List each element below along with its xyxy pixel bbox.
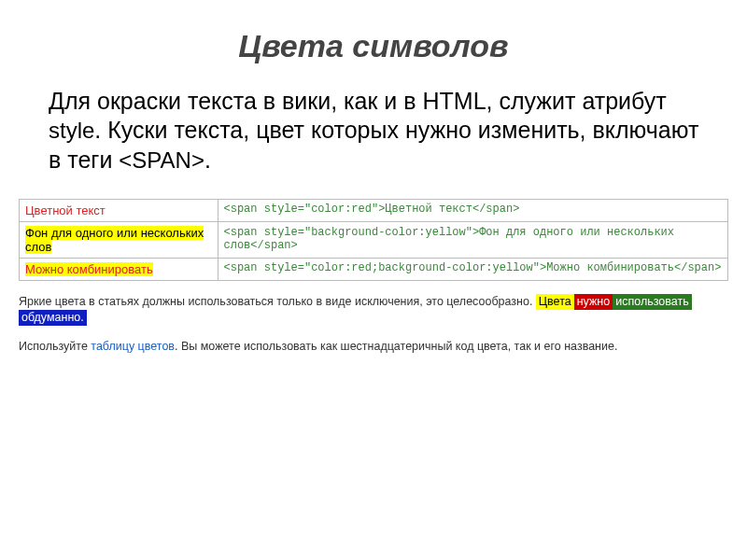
badge-green: использовать: [613, 294, 691, 310]
table-row: Цветной текст <span style="color:red">Цв…: [20, 199, 728, 221]
body-text-1: Для окраски текста в вики, как и в: [49, 88, 423, 114]
example-rendered-cell: Цветной текст: [20, 199, 218, 221]
note-2-b: . Вы можете использовать как шестнадцате…: [175, 340, 617, 353]
body-span-tag: <SPAN>: [119, 147, 204, 173]
example-rendered: Фон для одного или нескольких слов: [25, 226, 204, 254]
example-rendered-cell: Можно комбинировать: [20, 258, 218, 280]
color-table-link[interactable]: таблицу цветов: [91, 340, 175, 353]
note-1: Яркие цвета в статьях должны использоват…: [19, 294, 728, 326]
table-row: Можно комбинировать <span style="color:r…: [20, 258, 728, 280]
badge-red: нужно: [574, 294, 613, 310]
body-paragraph: Для окраски текста в вики, как и в HTML,…: [19, 87, 728, 175]
table-row: Фон для одного или нескольких слов <span…: [20, 221, 728, 258]
body-style-word: style: [49, 118, 94, 143]
note-2-a: Используйте: [19, 340, 91, 353]
slide-title: Цвета символов: [19, 28, 728, 64]
example-rendered-cell: Фон для одного или нескольких слов: [20, 221, 218, 258]
body-html-word: HTML: [423, 88, 486, 114]
example-rendered: Цветной текст: [25, 203, 106, 217]
note-2: Используйте таблицу цветов. Вы можете ис…: [19, 339, 728, 355]
example-code-cell: <span style="color:red;background-color:…: [218, 258, 727, 280]
body-text-2: , служит атрибут: [486, 88, 667, 114]
example-code-cell: <span style="background-color:yellow">Фо…: [218, 221, 727, 258]
badge-blue: обдуманно.: [19, 310, 87, 326]
note-1-text: Яркие цвета в статьях должны использоват…: [19, 295, 536, 308]
badge-yellow: Цвета: [536, 294, 574, 310]
examples-table: Цветной текст <span style="color:red">Цв…: [19, 199, 728, 281]
example-rendered: Можно комбинировать: [25, 262, 153, 276]
body-text-4: .: [204, 147, 211, 173]
example-code-cell: <span style="color:red">Цветной текст</s…: [218, 199, 727, 221]
